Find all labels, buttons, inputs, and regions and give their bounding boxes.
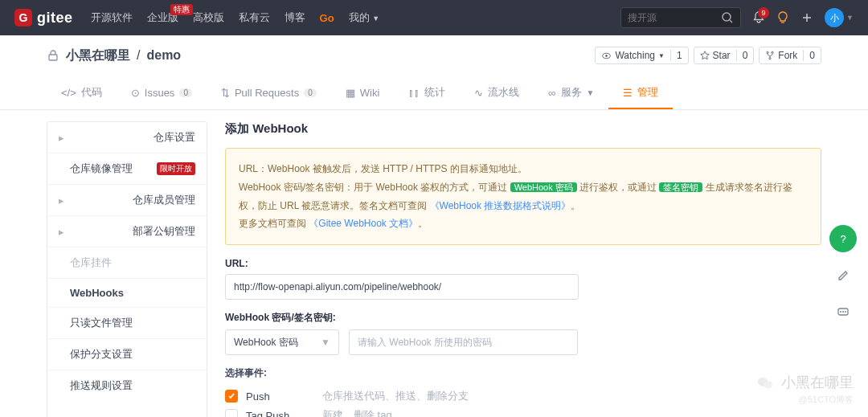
search-placeholder: 搜开源	[628, 11, 657, 25]
search-input[interactable]: 搜开源	[620, 7, 741, 28]
nav-open-source[interactable]: 开源软件	[91, 10, 133, 25]
mirror-badge: 限时开放	[157, 162, 195, 175]
watching-button[interactable]: Watching ▼ 1	[595, 47, 688, 64]
svg-point-12	[845, 311, 846, 313]
logo-text: gitee	[37, 10, 73, 27]
svg-point-5	[606, 55, 608, 56]
info-notice: URL：WebHook 被触发后，发送 HTTP / HTTPS 的目标通知地址…	[225, 148, 821, 245]
lock-icon	[47, 49, 59, 62]
events-list: Push仓库推送代码、推送、删除分支Tag Push新建、删除 tagIssue…	[225, 386, 821, 417]
svg-point-11	[842, 311, 844, 313]
fork-icon	[765, 51, 775, 60]
tab-services[interactable]: ∞服务▼	[534, 79, 608, 109]
sidebar-item-members[interactable]: ▸仓库成员管理	[47, 185, 207, 216]
header-actions: 搜开源 9 小 ▼	[620, 7, 854, 28]
sidebar-item-protected-branches[interactable]: 保护分支设置	[47, 339, 207, 370]
star-count: 0	[736, 50, 754, 61]
user-menu[interactable]: 小 ▼	[825, 8, 854, 27]
password-label: WebHook 密码/签名密钥:	[225, 311, 821, 325]
eye-icon	[601, 51, 612, 61]
sidebar-item-mirror[interactable]: 仓库镜像管理限时开放	[47, 153, 207, 185]
tab-wiki[interactable]: ▦Wiki	[331, 79, 395, 109]
edit-icon	[837, 269, 850, 282]
global-header: G gitee 开源软件 企业版特惠 高校版 私有云 博客 Go 我的 ▼ 搜开…	[0, 0, 868, 35]
event-row: Push仓库推送代码、推送、删除分支	[225, 386, 821, 406]
primary-nav: 开源软件 企业版特惠 高校版 私有云 博客 Go 我的 ▼	[91, 10, 380, 25]
avatar: 小	[825, 8, 844, 27]
nav-go[interactable]: Go	[320, 12, 334, 24]
enterprise-badge: 特惠	[170, 4, 193, 15]
chat-icon	[837, 306, 850, 319]
sidebar-item-deploy-keys[interactable]: ▸部署公钥管理	[47, 216, 207, 247]
tag-webhook-password: WebHook 密码	[510, 182, 577, 192]
fork-count: 0	[803, 50, 821, 61]
tab-code[interactable]: </>代码	[47, 79, 117, 109]
nav-edu[interactable]: 高校版	[193, 10, 224, 25]
main-area: ▸仓库设置 仓库镜像管理限时开放 ▸仓库成员管理 ▸部署公钥管理 仓库挂件 We…	[0, 110, 868, 417]
watching-count: 1	[670, 50, 688, 61]
sidebar-item-repo-settings[interactable]: ▸仓库设置	[47, 122, 207, 153]
url-label: URL:	[225, 258, 821, 269]
url-input[interactable]	[225, 274, 579, 300]
nav-private-cloud[interactable]: 私有云	[239, 10, 270, 25]
nav-enterprise[interactable]: 企业版特惠	[147, 10, 178, 25]
plus-icon[interactable]	[800, 11, 813, 24]
svg-point-0	[723, 13, 731, 21]
fork-button[interactable]: Fork 0	[759, 47, 821, 64]
nav-mine[interactable]: 我的 ▼	[349, 10, 380, 25]
notifications-button[interactable]: 9	[752, 11, 765, 24]
link-webhook-doc[interactable]: 《Gitee WebHook 文档》	[309, 218, 418, 229]
password-input[interactable]: 请输入 WebHook 所使用的密码	[349, 329, 578, 355]
content-panel: 添加 WebHook URL：WebHook 被触发后，发送 HTTP / HT…	[225, 121, 821, 417]
tag-sign-key: 签名密钥	[659, 182, 702, 192]
tab-pull-requests[interactable]: ⇅Pull Requests0	[207, 79, 331, 109]
nav-blog[interactable]: 博客	[285, 10, 305, 25]
event-desc: 新建、删除 tag	[322, 408, 392, 417]
chat-button[interactable]	[829, 299, 857, 326]
tab-issues[interactable]: ⊙Issues0	[117, 79, 207, 109]
svg-rect-3	[49, 55, 57, 60]
settings-sidebar: ▸仓库设置 仓库镜像管理限时开放 ▸仓库成员管理 ▸部署公钥管理 仓库挂件 We…	[47, 121, 207, 417]
event-name: Push	[246, 390, 322, 403]
svg-point-6	[767, 51, 768, 53]
notif-count: 9	[758, 7, 769, 18]
repo-name-link[interactable]: demo	[146, 48, 181, 63]
event-checkbox[interactable]	[225, 390, 238, 403]
svg-point-10	[840, 311, 841, 313]
sidebar-item-push-rules[interactable]: 推送规则设置	[47, 370, 207, 401]
event-name: Tag Push	[246, 410, 322, 417]
sidebar-item-webhooks[interactable]: WebHooks	[47, 279, 207, 308]
tab-manage[interactable]: ☰管理	[608, 79, 673, 109]
svg-line-1	[730, 20, 732, 22]
site-logo[interactable]: G gitee	[14, 9, 73, 27]
svg-point-7	[772, 51, 773, 53]
sidebar-item-readonly[interactable]: 只读文件管理	[47, 308, 207, 339]
repo-tabs: </>代码 ⊙Issues0 ⇅Pull Requests0 ▦Wiki ⫿⫿统…	[0, 79, 868, 110]
help-button[interactable]: ?	[829, 225, 857, 252]
star-icon	[700, 51, 710, 60]
tab-pipeline[interactable]: ∿流水线	[460, 79, 534, 109]
repo-owner-link[interactable]: 小黑在哪里	[66, 47, 130, 64]
auth-type-select[interactable]: WebHook 密码▼	[225, 329, 339, 355]
repo-breadcrumb: 小黑在哪里 / demo	[47, 47, 181, 64]
page-title: 添加 WebHook	[225, 121, 821, 137]
svg-point-8	[769, 58, 771, 59]
star-button[interactable]: Star 0	[694, 47, 755, 64]
event-checkbox[interactable]	[225, 409, 238, 417]
repo-header: 小黑在哪里 / demo Watching ▼ 1 Star 0 Fork 0	[0, 35, 868, 69]
bulb-icon[interactable]	[776, 11, 789, 24]
events-label: 选择事件:	[225, 366, 821, 380]
logo-mark-icon: G	[14, 9, 32, 27]
link-push-format-doc[interactable]: 《WebHook 推送数据格式说明》	[430, 200, 571, 211]
sidebar-item-widgets[interactable]: 仓库挂件	[47, 247, 207, 279]
event-row: Tag Push新建、删除 tag	[225, 406, 821, 417]
help-rail: ?	[829, 225, 857, 326]
search-icon	[721, 11, 734, 24]
event-desc: 仓库推送代码、推送、删除分支	[322, 389, 469, 403]
tab-stats[interactable]: ⫿⫿统计	[394, 79, 460, 109]
feedback-button[interactable]	[829, 262, 857, 289]
